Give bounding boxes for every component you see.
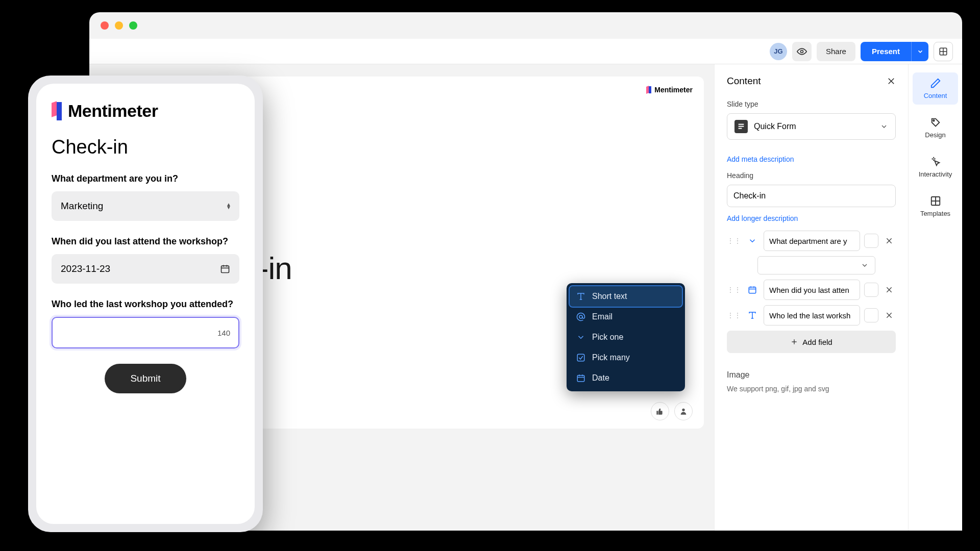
topbar: JG Share Present [89,39,962,64]
field-row: ⋮⋮ When did you last atten [727,280,896,300]
present-dropdown[interactable] [911,42,928,61]
svg-point-31 [579,315,582,318]
add-longer-link[interactable]: Add longer description [727,214,896,222]
close-icon [885,311,893,319]
heading-label: Heading [727,171,896,180]
close-panel-button[interactable] [887,77,896,86]
date-value: 2023-11-23 [61,263,110,274]
slide-footer [651,402,693,420]
field-label-input[interactable]: Who led the last worksh [764,305,860,325]
question-group: When did you last attend the workshop? 2… [52,236,239,284]
like-button[interactable] [651,402,669,420]
preview-button[interactable] [792,42,812,61]
tab-label: Interactivity [919,170,952,178]
field-required-toggle[interactable] [864,283,878,297]
field-delete-button[interactable] [883,234,896,247]
tag-icon [930,117,941,128]
chevron-down-icon [917,48,924,55]
field-row: ⋮⋮ What department are y [727,231,896,251]
menu-item-date[interactable]: Date [570,368,682,388]
menu-item-label: Pick one [592,333,623,342]
quick-form-icon [734,120,748,133]
tab-templates[interactable]: Templates [913,190,958,222]
calendar-icon [745,283,760,297]
checkbox-icon [576,353,586,362]
window-controls [89,12,962,39]
field-required-toggle[interactable] [864,234,878,248]
minimize-window-icon[interactable] [115,21,123,30]
slide-type-select[interactable]: Quick Form [727,113,896,140]
tab-content[interactable]: Content [913,72,958,105]
question-group: Who led the last workshop you attended? … [52,299,239,348]
plus-icon [790,338,798,346]
calendar-icon [576,373,586,383]
slide-brand: Mentimeter [646,86,693,94]
content-panel: Content Slide type Quick Form Add meta d… [714,64,908,531]
mentimeter-logo-icon [52,102,62,120]
share-button[interactable]: Share [817,42,855,61]
field-delete-button[interactable] [883,283,896,296]
slide-type-label: Slide type [727,100,896,108]
text-type-icon [745,308,760,322]
image-help-text: We support png, gif, jpg and svg [727,385,896,393]
svg-rect-4 [656,411,658,414]
svg-rect-37 [222,266,229,272]
department-select[interactable]: Marketing ▲▼ [52,191,239,221]
updown-caret-icon: ▲▼ [226,203,231,209]
workshop-leader-input[interactable]: 140 [52,317,239,348]
maximize-window-icon[interactable] [129,21,137,30]
image-section: Image We support png, gif, jpg and svg [727,370,896,393]
text-type-icon [576,292,586,301]
workshop-date-input[interactable]: 2023-11-23 [52,254,239,284]
chevron-down-icon [745,234,760,248]
select-value: Marketing [61,201,103,212]
panel-header: Content [727,76,896,87]
menu-item-label: Pick many [592,353,630,362]
tab-design[interactable]: Design [913,112,958,144]
pencil-icon [930,78,941,89]
field-options-expand[interactable] [757,256,875,274]
slide-type-value: Quick Form [754,122,874,131]
field-row: ⋮⋮ Who led the last worksh [727,305,896,325]
svg-rect-32 [577,354,584,361]
avatar[interactable]: JG [770,43,787,60]
participants-button[interactable] [674,402,693,420]
add-meta-link[interactable]: Add meta description [727,155,896,163]
close-icon [885,237,893,245]
submit-button[interactable]: Submit [105,364,186,393]
grid-view-button[interactable] [934,42,953,61]
menu-item-short-text[interactable]: Short text [570,286,682,307]
close-window-icon[interactable] [101,21,109,30]
menu-item-pick-many[interactable]: Pick many [570,347,682,368]
present-button-group: Present [861,42,928,61]
thumbs-up-icon [656,407,664,415]
phone-brand: Mentimeter [52,101,239,121]
field-required-toggle[interactable] [864,308,878,322]
drag-handle-icon[interactable]: ⋮⋮ [727,286,741,294]
field-label-input[interactable]: When did you last atten [764,280,860,300]
question-label: When did you last attend the workshop? [52,236,239,247]
present-button[interactable]: Present [861,42,911,61]
menu-item-email[interactable]: Email [570,307,682,327]
question-group: What department are you in? Marketing ▲▼ [52,173,239,221]
svg-point-25 [933,120,934,121]
field-delete-button[interactable] [883,309,896,322]
add-field-button[interactable]: Add field [727,331,896,353]
menu-item-label: Date [592,373,609,383]
field-label-input[interactable]: What department are y [764,231,860,251]
panel-title: Content [727,76,761,87]
chevron-down-icon [861,261,869,269]
menu-item-pick-one[interactable]: Pick one [570,327,682,347]
form-title: Check-in [52,136,239,158]
close-icon [885,286,893,294]
heading-input[interactable] [727,185,896,207]
mentimeter-logo-icon [646,86,651,93]
drag-handle-icon[interactable]: ⋮⋮ [727,237,741,245]
svg-rect-9 [739,126,744,127]
question-label: Who led the last workshop you attended? [52,299,239,310]
tab-interactivity[interactable]: Interactivity [913,151,958,183]
chevron-down-icon [576,333,586,342]
eye-icon [797,46,807,57]
drag-handle-icon[interactable]: ⋮⋮ [727,311,741,319]
chevron-down-icon [880,122,888,131]
